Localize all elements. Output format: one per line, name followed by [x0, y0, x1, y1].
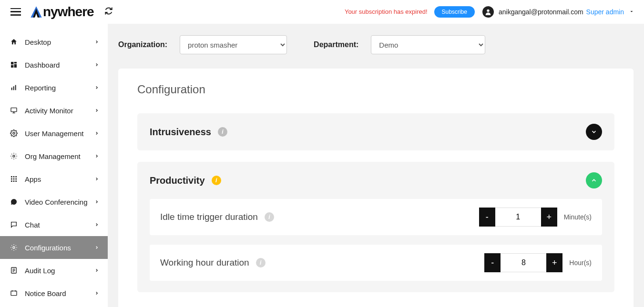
filter-bar: Organization: proton smasher Department:…: [118, 35, 634, 54]
svg-rect-13: [15, 176, 17, 178]
sidebar-item-configurations[interactable]: Configurations: [0, 236, 108, 259]
sidebar-item-activity-monitor[interactable]: Activity Monitor: [0, 99, 108, 122]
section-header-productivity[interactable]: Productivity i: [137, 162, 614, 199]
sidebar-item-video-conferencing[interactable]: Video Conferencing: [0, 190, 108, 213]
sidebar-item-label: User Management: [25, 129, 83, 138]
sidebar-item-label: Chat: [25, 221, 40, 229]
sidebar-item-label: Org Management: [25, 152, 81, 160]
decrement-button[interactable]: -: [479, 208, 495, 227]
sidebar-item-notice-board[interactable]: Notice Board: [0, 282, 108, 305]
setting-label: Working hour duration: [160, 257, 249, 268]
info-icon[interactable]: i: [218, 127, 227, 137]
svg-rect-6: [13, 86, 14, 90]
home-icon: [10, 38, 18, 46]
sidebar-item-label: Notice Board: [25, 289, 66, 297]
idle-time-stepper: - + Minute(s): [479, 208, 592, 227]
sidebar-item-org-management[interactable]: Org Management: [0, 145, 108, 168]
sidebar-item-label: Apps: [25, 175, 41, 183]
svg-rect-11: [11, 176, 12, 178]
chevron-right-icon: [94, 198, 99, 206]
expand-button[interactable]: [586, 124, 602, 140]
sidebar-item-apps[interactable]: Apps: [0, 168, 108, 190]
subscribe-button[interactable]: Subscribe: [434, 6, 475, 18]
svg-rect-2: [14, 62, 17, 63]
svg-rect-22: [11, 291, 17, 295]
unit-label: Hour(s): [569, 259, 592, 267]
gear-icon: [10, 152, 18, 160]
svg-rect-8: [11, 108, 17, 112]
monitor-icon: [10, 106, 18, 115]
gear-icon: [10, 243, 18, 252]
chevron-right-icon: [94, 84, 99, 91]
bar-chart-icon: [10, 83, 18, 92]
idle-time-input[interactable]: [495, 208, 541, 227]
gear-icon: [10, 129, 18, 138]
svg-rect-12: [13, 176, 15, 178]
configuration-card: Configuration Intrusiveness i Productivi…: [118, 69, 634, 307]
info-icon[interactable]: i: [265, 212, 274, 222]
chevron-right-icon: [94, 221, 99, 228]
setting-idle-time: Idle time trigger duration i - + Minute(…: [150, 199, 602, 235]
department-select[interactable]: Demo: [371, 35, 485, 54]
sidebar-item-label: Activity Monitor: [25, 107, 73, 115]
sidebar-item-label: Configurations: [25, 244, 71, 252]
user-email: anikgangal@protonmail.com: [499, 8, 583, 16]
section-body-productivity: Idle time trigger duration i - + Minute(…: [137, 199, 614, 292]
sidebar-item-label: Audit Log: [25, 267, 55, 275]
section-intrusiveness: Intrusiveness i: [137, 113, 614, 150]
increment-button[interactable]: +: [541, 208, 557, 227]
increment-button[interactable]: +: [546, 253, 562, 272]
sidebar-item-reporting[interactable]: Reporting: [0, 76, 108, 99]
working-hour-input[interactable]: [501, 253, 546, 272]
svg-rect-17: [11, 180, 12, 182]
chevron-right-icon: [94, 244, 99, 251]
refresh-icon[interactable]: [104, 7, 113, 17]
hamburger-menu-icon[interactable]: [10, 8, 21, 16]
organization-select[interactable]: proton smasher: [180, 35, 287, 54]
svg-rect-18: [13, 180, 15, 182]
log-icon: [10, 266, 18, 275]
sidebar-item-label: Reporting: [25, 84, 56, 92]
sidebar-item-desktop[interactable]: Desktop: [0, 30, 108, 53]
svg-rect-5: [11, 88, 12, 90]
avatar-icon[interactable]: [482, 6, 494, 18]
decrement-button[interactable]: -: [484, 253, 501, 272]
svg-rect-4: [11, 65, 13, 68]
sidebar-item-label: Desktop: [25, 38, 51, 46]
sidebar-item-audit-log[interactable]: Audit Log: [0, 259, 108, 282]
svg-rect-3: [14, 64, 17, 68]
info-icon[interactable]: i: [256, 258, 266, 267]
svg-rect-1: [11, 62, 13, 64]
svg-point-20: [13, 247, 15, 248]
sidebar-item-label: Video Conferencing: [25, 198, 87, 206]
svg-point-9: [13, 132, 15, 134]
svg-rect-15: [13, 178, 15, 180]
sidebar-item-user-management[interactable]: User Management: [0, 122, 108, 145]
chevron-right-icon: [94, 152, 99, 160]
chevron-right-icon: [94, 38, 99, 46]
section-productivity: Productivity i Idle time trigger duratio…: [137, 162, 614, 292]
info-icon[interactable]: i: [212, 176, 221, 185]
chat-square-icon: [10, 220, 18, 229]
sidebar-item-dashboard[interactable]: Dashboard: [0, 53, 108, 76]
chevron-right-icon: [94, 61, 99, 69]
apps-grid-icon: [10, 175, 18, 183]
chevron-right-icon: [94, 267, 99, 274]
user-menu-caret-icon[interactable]: [629, 8, 634, 16]
chevron-right-icon: [94, 107, 99, 114]
chevron-right-icon: [94, 289, 99, 297]
svg-point-0: [487, 9, 489, 11]
content-area: Organization: proton smasher Department:…: [108, 24, 644, 307]
setting-working-hour: Working hour duration i - + Hour(s): [150, 245, 602, 281]
sidebar-item-chat[interactable]: Chat: [0, 213, 108, 236]
sidebar: Desktop Dashboard Reporting: [0, 24, 108, 307]
svg-rect-7: [15, 85, 16, 90]
topbar: nywhere Your subscription has expired! S…: [0, 0, 644, 24]
user-role-link[interactable]: Super admin: [586, 8, 624, 16]
chevron-right-icon: [94, 175, 99, 183]
collapse-button[interactable]: [586, 172, 602, 188]
app-logo[interactable]: nywhere: [30, 4, 94, 20]
chevron-right-icon: [94, 129, 99, 137]
section-header-intrusiveness[interactable]: Intrusiveness i: [137, 113, 614, 150]
logo-text: nywhere: [43, 4, 94, 20]
